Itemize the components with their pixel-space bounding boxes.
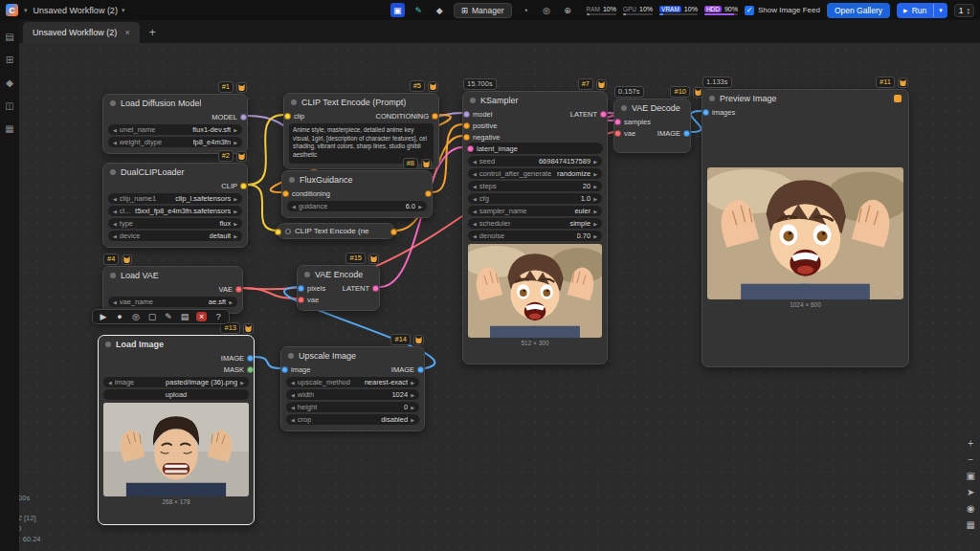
- image-pin[interactable]: [702, 109, 709, 116]
- image-pin[interactable]: [298, 285, 304, 292]
- latent-pin[interactable]: [614, 119, 621, 125]
- node-library-icon[interactable]: ⊞: [6, 55, 13, 65]
- pointer-mode-icon[interactable]: ➤: [967, 488, 974, 497]
- widget-seed[interactable]: ◀ seed 6698474157589 ▶: [468, 156, 602, 166]
- widget-weight-dtype[interactable]: ◀ weight_dtype fp8_e4m3fn ▶: [108, 137, 242, 147]
- logo-menu-chevron-icon[interactable]: ▾: [24, 7, 28, 14]
- node-header[interactable]: KSampler: [463, 92, 607, 108]
- prev-arrow-icon[interactable]: ◀: [113, 221, 117, 227]
- gallery-icon[interactable]: ▦: [5, 123, 13, 134]
- delete-node-icon[interactable]: ×: [196, 312, 207, 321]
- widget-vae-name[interactable]: ◀ vae_name ae.sft ▶: [108, 297, 237, 307]
- widget-clip-name2[interactable]: ◀ cl... t5xxl_fp8_e4m3fn.safetensors ▶: [108, 206, 242, 216]
- node-header[interactable]: VAE Decode: [614, 99, 690, 116]
- input-images[interactable]: images: [702, 108, 735, 117]
- manager-button[interactable]: ⊞ Manager: [454, 3, 512, 18]
- output-image[interactable]: IMAGE: [657, 129, 690, 138]
- collapse-node-icon[interactable]: ▢: [147, 312, 157, 321]
- edit-image-icon[interactable]: ✎: [894, 289, 901, 298]
- output-conditioning[interactable]: [425, 190, 432, 197]
- collapse-toggle[interactable]: [288, 353, 294, 359]
- node-header[interactable]: Load VAE: [103, 267, 242, 283]
- image-pin[interactable]: [281, 366, 288, 373]
- input-image[interactable]: image: [281, 365, 310, 374]
- prev-arrow-icon[interactable]: ◀: [113, 196, 117, 202]
- copy-node-icon[interactable]: ▤: [180, 312, 189, 321]
- prev-arrow-icon[interactable]: ◀: [473, 171, 477, 177]
- bookmark-icon[interactable]: ◆: [433, 3, 447, 17]
- next-arrow-icon[interactable]: ▶: [234, 196, 237, 202]
- input-pixels[interactable]: pixels: [298, 284, 325, 293]
- latent-pin[interactable]: [600, 111, 607, 118]
- prev-arrow-icon[interactable]: ◀: [473, 221, 477, 227]
- next-arrow-icon[interactable]: ▶: [240, 380, 244, 386]
- collapse-toggle[interactable]: [105, 342, 111, 347]
- node-load-vae[interactable]: #4 Load VAE VAE ◀ vae_name ae.sft ▶: [102, 266, 243, 314]
- next-arrow-icon[interactable]: ▶: [593, 184, 597, 189]
- prev-arrow-icon[interactable]: ◀: [473, 159, 477, 165]
- conditioning-pin[interactable]: [432, 113, 438, 120]
- next-arrow-icon[interactable]: ▶: [411, 392, 414, 398]
- widget-scheduler[interactable]: ◀ scheduler simple ▶: [468, 218, 602, 229]
- image-pin[interactable]: [683, 130, 690, 137]
- minimap-icon[interactable]: ▦: [967, 520, 975, 530]
- collapse-toggle[interactable]: [110, 100, 116, 106]
- prev-arrow-icon[interactable]: ◀: [291, 392, 295, 398]
- next-arrow-icon[interactable]: ▶: [234, 140, 237, 145]
- clip-pin[interactable]: [240, 183, 247, 189]
- output-latent[interactable]: LATENT: [570, 110, 607, 119]
- output-image[interactable]: IMAGE: [221, 354, 254, 363]
- widget-cfg[interactable]: ◀ cfg 1.0 ▶: [468, 193, 602, 204]
- mute-node-icon[interactable]: ●: [115, 312, 124, 321]
- prev-arrow-icon[interactable]: ◀: [113, 209, 117, 214]
- workflow-name-menu[interactable]: Unsaved Workflow (2) ▾: [33, 6, 125, 15]
- clip-pin[interactable]: [284, 113, 291, 120]
- conditioning-pin[interactable]: [463, 122, 470, 129]
- widget-device[interactable]: ◀ device default ▶: [108, 231, 242, 241]
- latent-pin[interactable]: [467, 145, 474, 152]
- collapse-toggle[interactable]: [470, 98, 476, 103]
- next-arrow-icon[interactable]: ▶: [593, 171, 597, 177]
- run-node-icon[interactable]: ▶: [99, 312, 108, 321]
- widget-control-after-generate[interactable]: ◀ control_after_generate randomize ▶: [468, 168, 602, 179]
- output-latent[interactable]: LATENT: [343, 284, 379, 293]
- share-icon[interactable]: ⊕: [561, 3, 575, 17]
- node-header[interactable]: Upscale Image: [281, 347, 424, 364]
- collapse-toggle[interactable]: [291, 99, 297, 105]
- input-clip[interactable]: clip: [284, 112, 304, 121]
- vae-pin[interactable]: [298, 297, 304, 303]
- node-header[interactable]: Load Image: [99, 336, 254, 352]
- fit-view-icon[interactable]: ▣: [967, 472, 975, 481]
- collapse-toggle[interactable]: [110, 273, 116, 278]
- prev-arrow-icon[interactable]: ◀: [113, 140, 117, 145]
- next-arrow-icon[interactable]: ▶: [593, 221, 597, 227]
- next-arrow-icon[interactable]: ▶: [411, 380, 414, 386]
- prev-arrow-icon[interactable]: ◀: [292, 204, 296, 209]
- collapse-toggle[interactable]: [289, 177, 295, 183]
- node-vae-encode[interactable]: #15 VAE Encode pixels LATENT vae: [297, 265, 380, 311]
- input-vae[interactable]: vae: [614, 129, 635, 138]
- stepper-arrows[interactable]: ▴ ▾: [967, 7, 969, 14]
- prev-arrow-icon[interactable]: ◀: [291, 380, 295, 386]
- upload-button[interactable]: upload: [103, 389, 249, 400]
- next-arrow-icon[interactable]: ▶: [593, 159, 597, 165]
- next-arrow-icon[interactable]: ▶: [411, 417, 414, 423]
- next-arrow-icon[interactable]: ▶: [234, 221, 237, 227]
- tab-close-icon[interactable]: ×: [124, 28, 129, 37]
- next-arrow-icon[interactable]: ▶: [593, 196, 597, 202]
- focus-icon[interactable]: ◎: [540, 3, 554, 17]
- next-arrow-icon[interactable]: ▶: [234, 127, 237, 133]
- output-vae[interactable]: VAE: [219, 285, 242, 294]
- next-arrow-icon[interactable]: ▶: [229, 299, 233, 305]
- eye-icon[interactable]: ◉: [967, 504, 975, 514]
- prev-arrow-icon[interactable]: ◀: [113, 299, 117, 305]
- prev-arrow-icon[interactable]: ◀: [113, 127, 117, 133]
- run-options-chevron[interactable]: ▾: [933, 4, 947, 17]
- next-arrow-icon[interactable]: ▶: [593, 233, 597, 239]
- pin-node-icon[interactable]: ◎: [131, 312, 141, 321]
- input-conditioning[interactable]: conditioning: [282, 189, 330, 198]
- collapse-toggle[interactable]: [709, 96, 715, 101]
- node-clip-text-encode-negative[interactable]: CLIP Text Encode (ne: [277, 223, 395, 239]
- input-latent-image[interactable]: latent_image: [467, 144, 518, 153]
- node-load-image[interactable]: #13 Load Image IMAGE MASK ◀ image pasted…: [98, 335, 255, 525]
